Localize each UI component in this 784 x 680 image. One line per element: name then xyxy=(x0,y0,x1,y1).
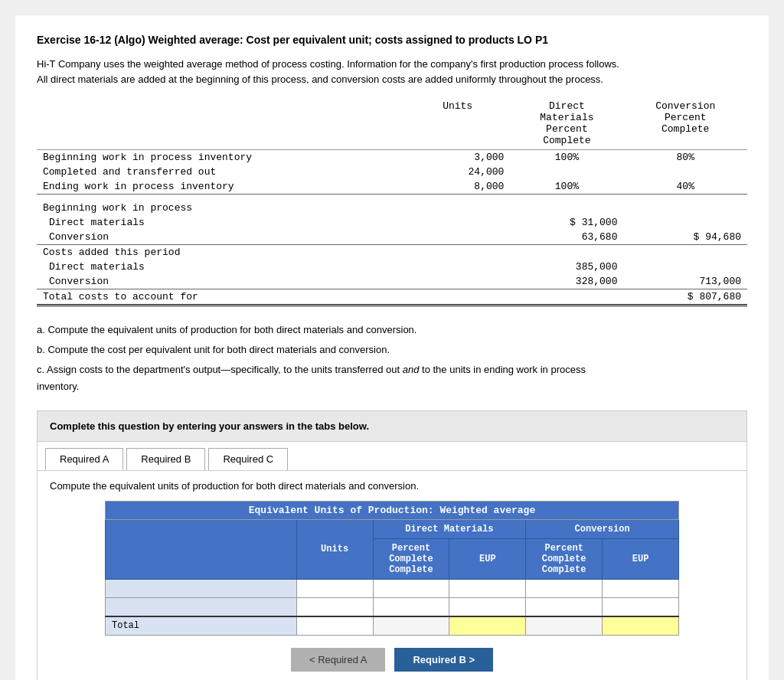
table-row: Completed and transferred out 24,000 xyxy=(37,165,747,179)
conv-cost-row: Conversion 63,680 $ 94,680 xyxy=(37,230,747,245)
row1-dm-eup[interactable] xyxy=(449,579,526,597)
description: Hi-T Company uses the weighted average m… xyxy=(37,57,747,87)
units-col-header: Units xyxy=(405,99,510,150)
next-button[interactable]: Required B > xyxy=(394,648,493,672)
conv-header: Conversion Percent Complete xyxy=(623,99,747,150)
tab-a-description: Compute the equivalent units of producti… xyxy=(50,480,734,492)
prev-button[interactable]: < Required A xyxy=(291,648,386,672)
row2-dm-eup[interactable] xyxy=(449,597,526,616)
th-dm-eup: EUP xyxy=(449,538,526,579)
prod-table-wrapper: Equivalent Units of Production: Weighted… xyxy=(50,501,734,636)
desc-line2: All direct materials are added at the be… xyxy=(37,74,603,85)
page: Exercise 16-12 (Algo) Weighted average: … xyxy=(15,15,769,680)
th-label xyxy=(106,519,297,579)
buttons-row: < Required A Required B > xyxy=(50,648,734,672)
row2-conv-pct[interactable] xyxy=(526,597,603,616)
prod-table-title: Equivalent Units of Production: Weighted… xyxy=(106,501,679,519)
row2-label xyxy=(106,597,297,616)
prod-total-row: Total xyxy=(106,616,679,636)
th-units: Units xyxy=(296,519,373,579)
total-cost-row: Total costs to account for $ 807,680 xyxy=(37,289,747,305)
dm-header: Direct Materials Percent Complete xyxy=(510,99,623,150)
total-units[interactable] xyxy=(296,616,373,636)
tabs-row: Required A Required B Required C xyxy=(38,442,746,471)
tab-required-b[interactable]: Required B xyxy=(126,448,205,470)
page-title: Exercise 16-12 (Algo) Weighted average: … xyxy=(37,34,747,46)
prod-row-1 xyxy=(106,579,679,597)
questions-section: a. Compute the equivalent units of produ… xyxy=(37,322,747,395)
th-dm-group: Direct Materials xyxy=(373,519,526,538)
question-b: b. Compute the cost per equivalent unit … xyxy=(37,342,747,358)
th-dm-pct: Percent CompleteComplete xyxy=(373,538,449,579)
row2-units[interactable] xyxy=(296,597,373,616)
row1-label xyxy=(106,579,297,597)
row1-units[interactable] xyxy=(296,579,373,597)
question-a: a. Compute the equivalent units of produ… xyxy=(37,322,747,338)
row1-conv-eup[interactable] xyxy=(603,579,679,597)
th-conv-pct: Percent CompleteComplete xyxy=(526,538,603,579)
question-c: c. Assign costs to the department's outp… xyxy=(37,361,747,395)
th-conv-eup: EUP xyxy=(603,538,679,579)
cap-conv-row: Conversion 328,000 713,000 xyxy=(37,274,747,289)
table-row: Beginning work in process inventory 3,00… xyxy=(37,150,747,165)
tab-required-c[interactable]: Required C xyxy=(208,448,288,470)
row2-conv-eup[interactable] xyxy=(603,597,679,616)
total-label: Total xyxy=(106,616,297,636)
table-row: Ending work in process inventory 8,000 1… xyxy=(37,179,747,195)
total-conv-eup[interactable] xyxy=(603,616,679,636)
total-dm-eup[interactable] xyxy=(449,616,526,636)
row1-dm-pct[interactable] xyxy=(373,579,449,597)
th-conv-group: Conversion xyxy=(526,519,679,538)
info-table: Units Direct Materials Percent Complete … xyxy=(37,99,747,306)
cap-label-row: Costs added this period xyxy=(37,244,747,260)
row1-conv-pct[interactable] xyxy=(526,579,603,597)
bwip-row: Beginning work in process xyxy=(37,201,747,215)
total-dm-pct xyxy=(373,616,449,636)
tabs-container: Required A Required B Required C Compute… xyxy=(37,442,747,680)
total-conv-pct xyxy=(526,616,603,636)
tab-required-a[interactable]: Required A xyxy=(45,448,123,470)
row2-dm-pct[interactable] xyxy=(373,597,449,616)
desc-line1: Hi-T Company uses the weighted average m… xyxy=(37,58,619,70)
tab-a-content: Compute the equivalent units of producti… xyxy=(38,471,746,680)
prod-row-2 xyxy=(106,597,679,616)
cap-dm-row: Direct materials 385,000 xyxy=(37,260,747,274)
dm-cost-row: Direct materials $ 31,000 xyxy=(37,215,747,230)
production-table: Equivalent Units of Production: Weighted… xyxy=(105,501,679,636)
complete-box: Complete this question by entering your … xyxy=(37,410,747,442)
